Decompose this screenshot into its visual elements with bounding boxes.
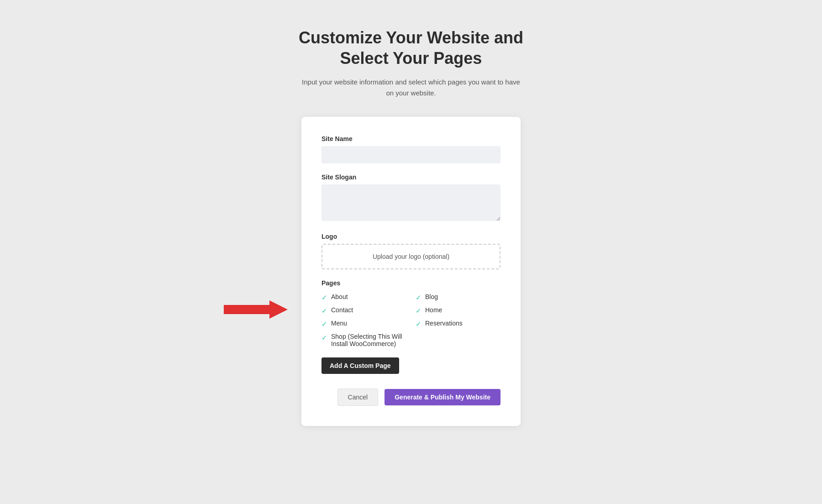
logo-field: Logo Upload your logo (optional) bbox=[321, 233, 501, 269]
check-icon-contact: ✓ bbox=[321, 307, 327, 315]
add-custom-page-button[interactable]: Add A Custom Page bbox=[321, 357, 399, 374]
check-icon-blog: ✓ bbox=[416, 294, 422, 302]
pages-section: Pages ✓ About ✓ Blog ✓ Contact ✓ Home bbox=[321, 279, 501, 347]
page-label-reservations: Reservations bbox=[425, 320, 463, 327]
pages-label: Pages bbox=[321, 279, 501, 287]
page-item-contact[interactable]: ✓ Contact bbox=[321, 306, 406, 315]
check-icon-shop: ✓ bbox=[321, 334, 327, 342]
check-icon-home: ✓ bbox=[416, 307, 422, 315]
page-item-reservations[interactable]: ✓ Reservations bbox=[416, 320, 501, 328]
cancel-button[interactable]: Cancel bbox=[337, 388, 379, 406]
page-label-shop: Shop (Selecting This Will Install WooCom… bbox=[331, 333, 406, 347]
page-title: Customize Your Website and Select Your P… bbox=[299, 27, 523, 68]
generate-publish-button[interactable]: Generate & Publish My Website bbox=[385, 389, 501, 405]
page-label-menu: Menu bbox=[331, 320, 347, 327]
check-icon-reservations: ✓ bbox=[416, 320, 422, 328]
annotation-arrow bbox=[224, 298, 288, 321]
form-card: Site Name Site Slogan Logo Upload your l… bbox=[301, 117, 521, 426]
footer-actions: Cancel Generate & Publish My Website bbox=[321, 388, 501, 406]
page-label-home: Home bbox=[425, 306, 442, 314]
page-item-about[interactable]: ✓ About bbox=[321, 293, 406, 302]
site-slogan-field: Site Slogan bbox=[321, 173, 501, 223]
site-name-field: Site Name bbox=[321, 135, 501, 163]
page-item-menu[interactable]: ✓ Menu bbox=[321, 320, 406, 328]
site-slogan-input[interactable] bbox=[321, 184, 501, 221]
page-item-shop[interactable]: ✓ Shop (Selecting This Will Install WooC… bbox=[321, 333, 406, 347]
page-label-about: About bbox=[331, 293, 348, 300]
logo-label: Logo bbox=[321, 233, 501, 240]
page-item-home[interactable]: ✓ Home bbox=[416, 306, 501, 315]
site-slogan-label: Site Slogan bbox=[321, 173, 501, 181]
page-subtitle: Input your website information and selec… bbox=[301, 77, 521, 99]
page-label-blog: Blog bbox=[425, 293, 438, 300]
site-name-label: Site Name bbox=[321, 135, 501, 142]
page-item-blog[interactable]: ✓ Blog bbox=[416, 293, 501, 302]
check-icon-menu: ✓ bbox=[321, 320, 327, 328]
page-label-contact: Contact bbox=[331, 306, 353, 314]
svg-marker-0 bbox=[224, 300, 288, 319]
pages-grid: ✓ About ✓ Blog ✓ Contact ✓ Home ✓ Menu bbox=[321, 293, 501, 347]
site-name-input[interactable] bbox=[321, 146, 501, 163]
check-icon-about: ✓ bbox=[321, 294, 327, 302]
logo-upload-area[interactable]: Upload your logo (optional) bbox=[321, 244, 501, 269]
